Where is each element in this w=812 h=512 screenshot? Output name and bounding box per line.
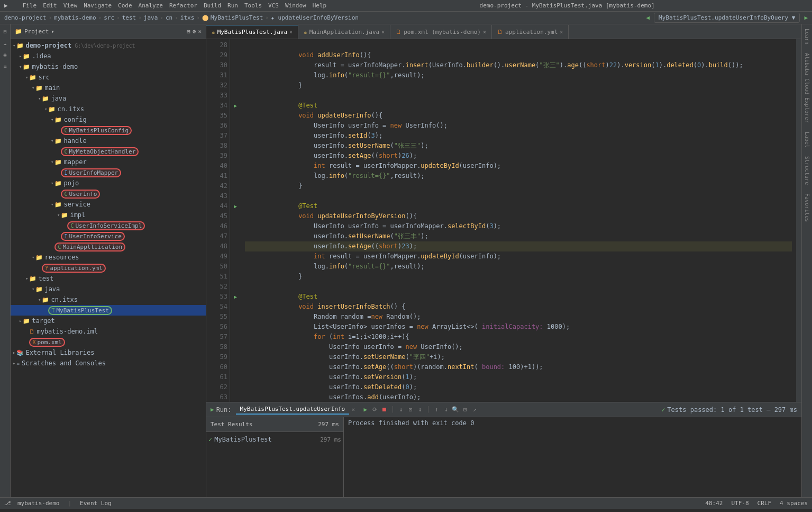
tree-item-demo-project[interactable]: ▾ 📁 demo-project G:\dev\demo-project [11,40,206,51]
tree-item-userinfo[interactable]: ▸ C UserInfo [11,188,206,199]
menu-navigate[interactable]: Navigate [84,2,112,9]
tab-close-icon[interactable]: × [289,29,293,35]
tree-item-handle[interactable]: ▾ 📁 handle [11,136,206,146]
line-sep[interactable]: CRLF [758,500,772,507]
breadcrumb-item[interactable]: src [104,14,114,21]
tree-item-resources[interactable]: ▾ 📁 resources [11,252,206,263]
menu-vcs[interactable]: VCS [268,2,279,9]
menu-run[interactable]: Run [227,2,238,9]
tab-close-icon[interactable]: × [381,29,385,35]
tree-item-userinfomapper[interactable]: ▸ I UserInfoMapper [11,167,206,178]
git-branch[interactable]: mybatis-demo [17,500,59,507]
run-ctrl-rerun[interactable]: ⟳ [371,406,379,414]
tree-item-mybatis-demo[interactable]: ▾ 📁 mybatis-demo [11,61,206,72]
tree-item-mybatis-demo-iml[interactable]: ▸ 🗋 mybatis-demo.iml [11,326,206,337]
run-config-tab[interactable]: MyBatisPlusTest.updateUserInfo [236,405,350,415]
tree-item-userinfoserviceimpl[interactable]: ▸ C UserInfoServiceImpl [11,220,206,231]
test-item-mybatisplustest[interactable]: ✓ MyBatisPlusTest 297 ms [208,434,341,445]
tab-pomxml[interactable]: 🗋 pom.xml (mybatis-demo) × [390,25,492,39]
tree-item-cn-itxs-test[interactable]: ▾ 📁 cn.itxs [11,294,206,305]
tree-item-cn-itxs[interactable]: ▾ 📁 cn.itxs [11,104,206,114]
tree-item-external-libraries[interactable]: ▸ 📚 External Libraries [11,347,206,358]
tree-item-mybatisplustest[interactable]: ▸ T MyBatisPlusTest [11,305,206,316]
tree-item-main[interactable]: ▾ 📁 main [11,83,206,93]
tool-icon-2[interactable]: ☁ [1,38,10,48]
tool-icon-4[interactable]: ≡ [1,61,10,71]
breadcrumb-method[interactable]: ⬥ updateUserInfoByVersion [271,14,359,21]
tree-item-pojo[interactable]: ▾ 📁 pojo [11,178,206,188]
sidebar-favorites[interactable]: Favorites [803,189,811,226]
menu-window[interactable]: Window [285,2,306,9]
breadcrumb-item[interactable]: demo-project [4,14,46,21]
run-icon[interactable]: ▶ [804,14,808,21]
tree-item-userinfoservice[interactable]: ▸ I UserInfoService [11,231,206,241]
gutter-44-run[interactable]: ▶ [230,201,241,211]
breadcrumb-item[interactable]: cn [166,14,172,21]
breadcrumb-item[interactable]: ⬤ [202,14,208,21]
run-ctrl-3[interactable]: ↕ [416,406,424,414]
event-log[interactable]: Event Log [80,500,112,507]
tree-item-mainapplication[interactable]: ▸ C MainApplliication [11,241,206,252]
run-ctrl-6[interactable]: ⊡ [461,406,469,414]
menu-build[interactable]: Build [204,2,221,9]
dropdown-arrow-icon[interactable]: ▾ [51,28,54,35]
close-run-tab-icon[interactable]: × [351,406,355,413]
tree-item-java-test[interactable]: ▾ 📁 java [11,284,206,294]
breadcrumb-item[interactable]: mybatis-demo [54,14,96,21]
tree-item-java-main[interactable]: ▾ 📁 java [11,93,206,104]
run-ctrl-4[interactable]: ↑ [432,406,441,414]
close-panel-icon[interactable]: × [198,28,202,35]
editor-scrollbar[interactable] [796,39,801,402]
tree-item-mymetaobjecthandler[interactable]: ▸ C MyMetaObjectHandler [11,146,206,157]
tree-item-applicationyml[interactable]: ▸ Y application.yml [11,263,206,273]
tab-close-icon[interactable]: × [560,29,563,35]
tree-item-target[interactable]: ▸ 📁 target [11,316,206,326]
run-ctrl-stop[interactable]: ⏹ [380,406,389,414]
tab-close-icon[interactable]: × [483,29,486,35]
navigation-back-icon[interactable]: ◀ [646,14,650,21]
settings-icon[interactable]: ⚙ [193,28,196,35]
tree-item-mybatisplusconfig[interactable]: ▸ C MyBatisPlusConfig [11,125,206,136]
menu-tools[interactable]: Tools [244,2,262,9]
tool-icon-1[interactable]: ⊞ [1,26,10,36]
tree-item-impl[interactable]: ▾ 📁 impl [11,210,206,220]
menu-analyze[interactable]: Analyze [139,2,163,9]
gutter-34-run[interactable]: ▶ [230,101,241,111]
tab-mybatisplustest[interactable]: ☕ MyBatisPlusTest.java × [206,25,298,39]
tree-item-idea[interactable]: ▸ 📁 .idea [11,51,206,61]
run-ctrl-7[interactable]: ↗ [470,406,479,414]
code-editor[interactable]: void addUserInfo(){ result = userInfoMap… [241,39,796,402]
tree-item-src[interactable]: ▾ 📁 src [11,72,206,83]
gutter-53-run[interactable]: ▶ [230,292,241,302]
breadcrumb-item[interactable]: test [122,14,136,21]
tab-mainapplication[interactable]: ☕ MainApplication.java × [298,25,390,39]
run-ctrl-2[interactable]: ⊡ [406,406,415,414]
run-ctrl-5[interactable]: ↓ [442,406,450,414]
sidebar-alibaba[interactable]: Alibaba Cloud Explorer [803,49,811,127]
tree-item-pom-xml[interactable]: ▸ X pom.xml [11,337,206,347]
sidebar-structure[interactable]: Structure [803,152,811,189]
menu-help[interactable]: Help [313,2,327,9]
sidebar-label[interactable]: Label [803,128,811,152]
breadcrumb-item[interactable]: java [144,14,158,21]
run-ctrl-play[interactable]: ▶ [361,406,370,414]
breadcrumb-item[interactable]: itxs [180,14,195,21]
line-col[interactable]: 48:42 [705,500,723,507]
tree-item-config[interactable]: ▾ 📁 config [11,114,206,125]
tree-item-mapper[interactable]: ▾ 📁 mapper [11,157,206,167]
menu-file[interactable]: File [23,2,37,9]
run-ctrl-1[interactable]: ↓ [397,406,405,414]
encoding[interactable]: UTF-8 [731,500,749,507]
tool-icon-3[interactable]: ◉ [1,50,10,59]
collapse-all-icon[interactable]: ⊟ [187,28,190,35]
menu-code[interactable]: Code [118,2,132,9]
menu-edit[interactable]: Edit [43,2,57,9]
menu-refactor[interactable]: Refactor [169,2,197,9]
sidebar-learn[interactable]: Learn [803,24,811,49]
indent[interactable]: 4 spaces [780,500,808,507]
run-config-dropdown[interactable]: MyBatisPlusTest.updateUserInfoByQuery ▼ [654,13,800,23]
run-ctrl-search[interactable]: 🔍 [451,406,460,414]
breadcrumb-item[interactable]: MyBatisPlusTest [211,14,263,21]
tree-item-test[interactable]: ▾ 📁 test [11,273,206,284]
tab-applicationyml[interactable]: 🗋 application.yml × [492,25,569,39]
